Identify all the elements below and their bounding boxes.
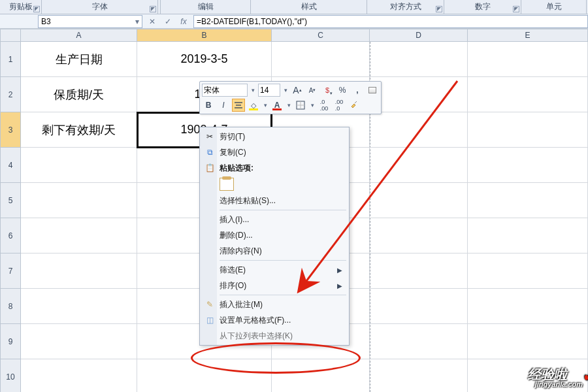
cell[interactable] (370, 148, 468, 183)
row-header[interactable]: 7 (0, 253, 21, 289)
copy-icon: ⧉ (204, 146, 216, 158)
cell[interactable] (370, 42, 468, 77)
borders-button[interactable] (294, 99, 307, 112)
comment-icon: ✎ (204, 299, 216, 310)
row-header[interactable]: 3 (0, 112, 21, 148)
grow-font-button[interactable]: A▴ (291, 84, 304, 97)
cell[interactable] (468, 183, 588, 218)
percent-button[interactable]: % (336, 84, 349, 97)
font-family-select[interactable]: 宋体 (202, 84, 248, 97)
cell[interactable] (370, 77, 468, 112)
cell[interactable] (468, 324, 588, 359)
dialog-launcher-icon[interactable] (436, 6, 442, 12)
row-header[interactable]: 2 (0, 77, 21, 112)
menu-insert[interactable]: 插入(I)... (201, 212, 348, 227)
column-header[interactable]: B (137, 29, 272, 42)
comma-style-button[interactable]: , (351, 84, 364, 97)
menu-copy[interactable]: ⧉ 复制(C) (201, 144, 348, 160)
cell[interactable]: 剩下有效期/天 (21, 112, 137, 148)
ribbon-group: 对齐方式 (367, 0, 444, 14)
font-family-dropdown-icon[interactable]: ▾ (250, 87, 256, 93)
decrease-decimal-button[interactable]: .00.0 (333, 99, 346, 112)
cell[interactable] (370, 253, 468, 289)
fill-color-button[interactable]: ◇ (247, 99, 260, 112)
row-header[interactable]: 6 (0, 218, 21, 253)
row-header[interactable]: 1 (0, 42, 21, 77)
bold-button[interactable]: B (202, 99, 215, 112)
select-all-corner[interactable] (0, 29, 21, 42)
format-painter-button[interactable] (348, 99, 361, 112)
cell[interactable] (21, 359, 137, 392)
cell[interactable] (137, 359, 272, 392)
cell[interactable] (468, 253, 588, 289)
cell[interactable] (468, 289, 588, 324)
menu-filter[interactable]: 筛选(E)▶ (201, 262, 348, 278)
dialog-launcher-icon[interactable] (150, 6, 156, 12)
name-box[interactable]: B3 ▾ (38, 15, 142, 28)
paste-option-values[interactable] (201, 176, 348, 193)
menu-pick-from-list[interactable]: 从下拉列表中选择(K) (201, 328, 348, 344)
svg-line-6 (355, 101, 357, 103)
font-color-button[interactable]: A (270, 99, 284, 112)
cell[interactable] (468, 42, 588, 77)
cell[interactable] (21, 289, 137, 324)
column-header[interactable]: D (370, 29, 468, 42)
fill-color-dropdown-icon[interactable]: ▾ (262, 102, 269, 108)
shrink-font-button[interactable]: A▾ (306, 84, 319, 97)
cell[interactable]: 生产日期 (21, 42, 137, 77)
scissors-icon: ✂ (204, 131, 216, 142)
column-header[interactable]: A (21, 29, 137, 42)
column-header[interactable]: C (272, 29, 370, 42)
cell[interactable] (370, 218, 468, 253)
row-header[interactable]: 5 (0, 183, 21, 218)
cell[interactable] (370, 324, 468, 359)
cell[interactable] (468, 112, 588, 148)
row-header[interactable]: 4 (0, 148, 21, 183)
cell[interactable]: 2019-3-5 (137, 42, 272, 77)
cell[interactable] (468, 218, 588, 253)
italic-button[interactable]: I (217, 99, 230, 112)
cell[interactable] (21, 218, 137, 253)
row-header[interactable]: 9 (0, 324, 21, 359)
cell[interactable] (21, 148, 137, 183)
name-box-dropdown-icon[interactable]: ▾ (135, 17, 139, 26)
cell[interactable] (370, 183, 468, 218)
borders-dropdown-icon[interactable]: ▾ (309, 102, 316, 108)
menu-paste-special[interactable]: 选择性粘贴(S)... (201, 193, 348, 208)
cancel-formula-icon[interactable]: ✕ (146, 17, 158, 26)
dialog-launcher-icon[interactable] (513, 6, 519, 12)
cell[interactable] (272, 359, 370, 392)
font-size-dropdown-icon[interactable]: ▾ (282, 87, 289, 93)
increase-decimal-button[interactable]: .0.00 (318, 99, 331, 112)
checkmark-icon: ✓ (581, 365, 588, 385)
cell[interactable] (370, 359, 468, 392)
cell[interactable] (21, 324, 137, 359)
cell[interactable] (370, 112, 468, 148)
cell[interactable] (272, 42, 370, 77)
cell[interactable] (21, 253, 137, 289)
dialog-launcher-icon[interactable] (33, 6, 40, 12)
row-header[interactable]: 8 (0, 289, 21, 324)
font-color-dropdown-icon[interactable]: ▾ (286, 102, 292, 108)
cell[interactable] (468, 77, 588, 112)
cell-styles-button[interactable] (366, 84, 379, 97)
cell[interactable] (21, 183, 137, 218)
menu-insert-comment[interactable]: ✎ 插入批注(M) (201, 297, 348, 312)
align-center-button[interactable] (232, 99, 245, 112)
menu-format-cells[interactable]: ◫ 设置单元格格式(F)... (201, 312, 348, 328)
menu-sort[interactable]: 排序(O)▶ (201, 278, 348, 293)
font-size-select[interactable]: 14 (258, 84, 280, 97)
accept-formula-icon[interactable]: ✓ (162, 17, 174, 26)
fx-icon[interactable]: fx (178, 17, 189, 26)
accounting-format-button[interactable]: $▾ (321, 84, 334, 97)
menu-delete[interactable]: 删除(D)... (201, 227, 348, 243)
formula-text: =B2-DATEDIF(B1,TODAY(),"d") (197, 17, 307, 26)
menu-cut[interactable]: ✂ 剪切(T) (201, 129, 348, 144)
row-header[interactable]: 10 (0, 359, 21, 392)
formula-bar[interactable]: =B2-DATEDIF(B1,TODAY(),"d") (193, 15, 588, 28)
cell[interactable]: 保质期/天 (21, 77, 137, 112)
cell[interactable] (468, 148, 588, 183)
menu-clear[interactable]: 清除内容(N) (201, 243, 348, 259)
column-header[interactable]: E (468, 29, 588, 42)
cell[interactable] (370, 289, 468, 324)
